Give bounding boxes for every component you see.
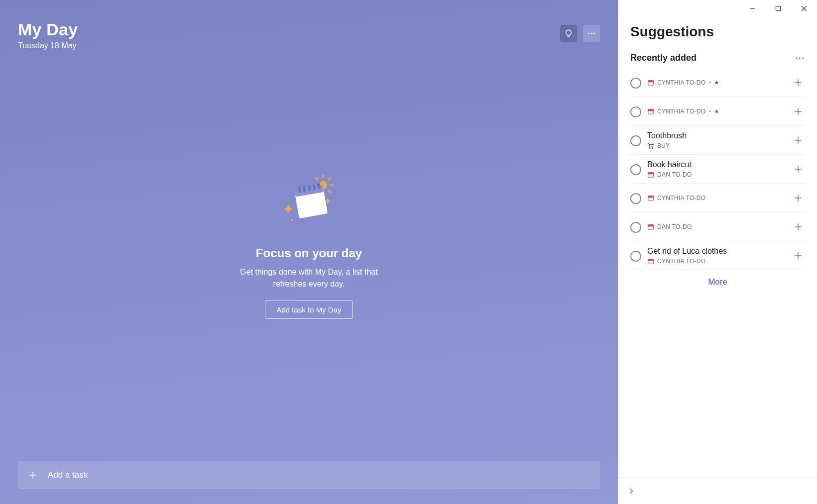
window-controls xyxy=(618,0,817,17)
minimize-icon xyxy=(749,5,755,11)
add-to-my-day-button[interactable] xyxy=(791,249,805,263)
svg-rect-55 xyxy=(648,224,654,226)
plus-icon xyxy=(793,222,803,232)
svg-point-38 xyxy=(649,147,650,148)
empty-state-subtext: Get things done with My Day, a list that… xyxy=(234,266,384,289)
suggestion-item[interactable]: CYNTHIA TO-DO xyxy=(630,184,805,212)
suggestion-meta: DAN TO-DO xyxy=(647,223,785,230)
window-close-button[interactable] xyxy=(791,0,817,17)
suggestion-item[interactable]: DAN TO-DO xyxy=(630,212,805,241)
suggestion-item[interactable]: CYNTHIA TO-DO •★ xyxy=(630,97,805,126)
complete-checkbox[interactable] xyxy=(630,222,641,233)
suggestion-title: Book haircut xyxy=(647,160,785,169)
page-date: Tuesday 18 May xyxy=(18,41,78,50)
complete-checkbox[interactable] xyxy=(630,164,641,175)
suggestion-body: CYNTHIA TO-DO •★ xyxy=(647,79,785,86)
calendar-icon xyxy=(647,108,654,115)
star-icon: ★ xyxy=(714,79,719,86)
suggestion-body: Book haircut DAN TO-DO xyxy=(647,160,785,178)
calendar-icon xyxy=(647,195,654,202)
suggestion-body: Toothbrush BUY xyxy=(647,131,785,149)
svg-point-39 xyxy=(652,147,653,148)
star-icon: ★ xyxy=(714,108,719,115)
calendar-sun-illustration-icon xyxy=(272,173,347,232)
suggestion-list-name: CYNTHIA TO-DO xyxy=(657,195,705,202)
window-maximize-button[interactable] xyxy=(765,0,791,17)
plus-icon xyxy=(793,78,803,88)
suggestion-body: Get rid of Luca clothes CYNTHIA TO-DO xyxy=(647,246,785,264)
plus-icon xyxy=(793,135,803,145)
svg-rect-23 xyxy=(776,6,781,11)
add-to-my-day-button[interactable] xyxy=(791,162,805,176)
calendar-icon xyxy=(647,79,654,86)
add-to-my-day-button[interactable] xyxy=(791,133,805,147)
suggestions-title: Suggestions xyxy=(630,24,805,40)
suggestion-body: DAN TO-DO xyxy=(647,223,785,230)
suggestion-list-name: CYNTHIA TO-DO xyxy=(657,79,705,86)
complete-checkbox[interactable] xyxy=(630,193,641,204)
plus-icon xyxy=(793,193,803,203)
suggestion-meta: CYNTHIA TO-DO •★ xyxy=(647,79,785,86)
suggestion-meta: CYNTHIA TO-DO xyxy=(647,195,785,202)
add-to-my-day-button[interactable] xyxy=(791,220,805,234)
calendar-icon xyxy=(647,223,654,230)
suggestion-list-name: BUY xyxy=(657,142,670,149)
section-header: Recently added ··· xyxy=(630,53,805,63)
suggestion-meta: CYNTHIA TO-DO •★ xyxy=(647,108,785,115)
complete-checkbox[interactable] xyxy=(630,251,641,262)
suggestion-list-name: DAN TO-DO xyxy=(657,223,692,230)
complete-checkbox[interactable] xyxy=(630,106,641,117)
my-day-panel: My Day Tuesday 18 May xyxy=(0,0,618,504)
suggestion-item[interactable]: Toothbrush BUY xyxy=(630,126,805,155)
panel-footer xyxy=(618,477,817,504)
suggestions-panel: Suggestions Recently added ··· CYNTHIA T… xyxy=(618,0,817,504)
suggestion-item[interactable]: CYNTHIA TO-DO •★ xyxy=(630,68,805,97)
svg-line-11 xyxy=(329,178,331,180)
plus-icon xyxy=(793,106,803,116)
add-to-my-day-button[interactable] xyxy=(791,76,805,90)
svg-rect-33 xyxy=(648,109,654,110)
svg-rect-49 xyxy=(648,196,654,197)
suggestion-list-name: CYNTHIA TO-DO xyxy=(657,258,705,265)
suggestion-title: Get rid of Luca clothes xyxy=(647,246,785,256)
suggestion-body: CYNTHIA TO-DO xyxy=(647,195,785,202)
suggestion-item[interactable]: Book haircut DAN TO-DO xyxy=(630,155,805,184)
calendar-icon xyxy=(647,171,654,178)
suggestion-meta: CYNTHIA TO-DO xyxy=(647,258,785,265)
maximize-icon xyxy=(775,5,781,11)
section-title: Recently added xyxy=(630,53,697,63)
more-button[interactable]: More xyxy=(630,270,805,294)
plus-icon xyxy=(28,470,38,480)
cart-icon xyxy=(647,142,654,149)
empty-state: Focus on your day Get things done with M… xyxy=(18,30,600,461)
svg-line-9 xyxy=(329,191,331,193)
ellipsis-icon: ··· xyxy=(796,54,805,62)
svg-point-12 xyxy=(290,219,293,221)
add-task-input[interactable]: Add a task xyxy=(18,461,600,489)
complete-checkbox[interactable] xyxy=(630,135,641,146)
suggestion-meta: BUY xyxy=(647,142,785,149)
add-task-to-my-day-button[interactable]: Add task to My Day xyxy=(265,301,352,319)
plus-icon xyxy=(793,251,803,261)
suggestion-meta: DAN TO-DO xyxy=(647,171,785,178)
complete-checkbox[interactable] xyxy=(630,78,641,89)
chevron-right-icon xyxy=(627,487,635,495)
calendar-icon xyxy=(647,258,654,265)
suggestion-title: Toothbrush xyxy=(647,131,785,140)
add-to-my-day-button[interactable] xyxy=(791,104,805,118)
suggestion-item[interactable]: Get rid of Luca clothes CYNTHIA TO-DO xyxy=(630,241,805,270)
suggestions-list: CYNTHIA TO-DO •★ CYNTHIA TO-DO •★ Too xyxy=(630,68,805,270)
section-menu-button[interactable]: ··· xyxy=(796,54,805,63)
add-to-my-day-button[interactable] xyxy=(791,191,805,205)
svg-rect-43 xyxy=(648,173,654,174)
suggestion-body: CYNTHIA TO-DO •★ xyxy=(647,108,785,115)
svg-line-8 xyxy=(316,178,318,180)
close-icon xyxy=(801,5,807,11)
add-task-placeholder: Add a task xyxy=(48,470,88,480)
suggestion-list-name: CYNTHIA TO-DO xyxy=(657,108,705,115)
svg-rect-61 xyxy=(648,259,654,261)
window-minimize-button[interactable] xyxy=(739,0,765,17)
empty-state-heading: Focus on your day xyxy=(256,246,362,260)
collapse-panel-button[interactable] xyxy=(627,487,635,495)
plus-icon xyxy=(793,164,803,174)
